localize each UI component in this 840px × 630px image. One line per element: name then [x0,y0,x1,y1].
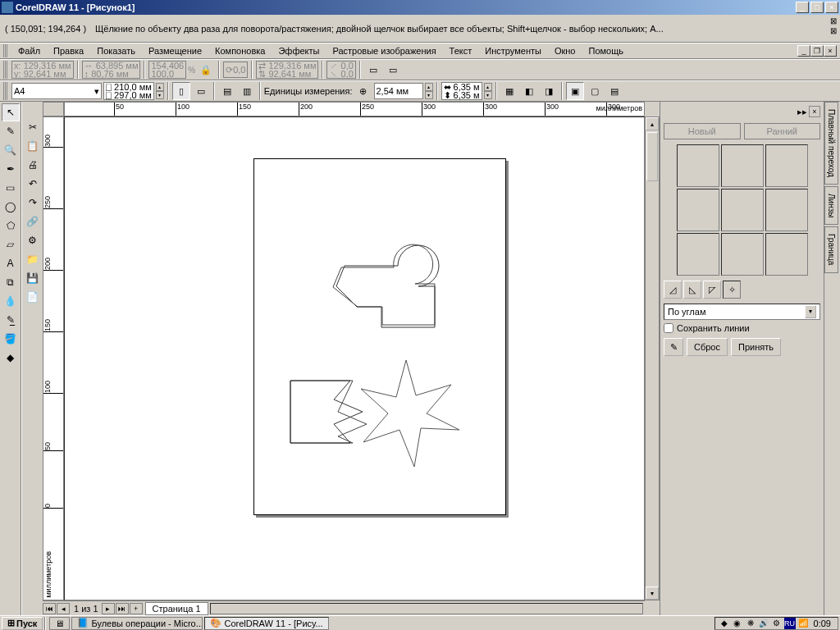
nudge-step[interactable]: 2,54 мм [374,83,423,99]
preset-4[interactable]: ✧ [723,281,741,299]
apply-all-button[interactable]: ▤ [218,82,236,100]
ellipse-tool[interactable]: ◯ [2,198,20,216]
doc-minimize-button[interactable]: _ [797,45,810,57]
pick-tool[interactable]: ↖ [2,103,20,121]
mode-dropdown[interactable]: По углам▾ [664,304,820,320]
menu-view[interactable]: Показать [90,44,142,57]
landscape-button[interactable]: ▭ [192,82,210,100]
aux-tool-7[interactable]: ⚙ [24,231,42,249]
menu-text[interactable]: Текст [443,44,479,57]
task-word[interactable]: 📘 Булевы операции - Micro... [71,617,203,630]
task-coreldraw[interactable]: 🎨 CorelDRAW 11 - [Рису... [204,617,328,630]
aux-tool-8[interactable]: 📁 [24,250,42,268]
option-button-3[interactable]: ▤ [605,82,623,100]
menu-bitmaps[interactable]: Растровые изображения [326,44,442,57]
menu-help[interactable]: Помощь [582,44,630,57]
language-indicator[interactable]: RU [784,618,796,629]
welded-shape-top-real[interactable] [318,241,445,336]
step-spinner[interactable]: ▴▾ [425,83,433,99]
docker-tab-blend[interactable]: Плавный переход [824,102,838,185]
preset-1[interactable]: ◿ [664,281,682,299]
polygon-tool[interactable]: ⬠ [2,217,20,235]
tray-icon-5[interactable]: ⚙ [771,618,783,629]
ruler-origin[interactable] [43,102,64,116]
ruler-vertical[interactable]: 300 250 200 150 100 50 0 миллиметров [43,116,64,600]
menu-effects[interactable]: Эффекты [272,44,326,57]
shape-tool[interactable]: ✎ [2,122,20,140]
tray-icon-4[interactable]: 🔊 [758,618,769,629]
docker-close-button[interactable]: × [809,106,820,117]
eyedropper-action[interactable]: ✎ [664,338,683,356]
apply-button[interactable]: Принять [731,338,781,356]
quicklaunch-1[interactable]: 🖥 [49,617,70,630]
tray-icon-6[interactable]: 📶 [797,618,809,629]
rectangle-tool[interactable]: ▭ [2,179,20,197]
add-page-button[interactable]: + [130,603,143,614]
toolbar-grip[interactable] [3,61,8,79]
anchor-grid[interactable] [677,144,808,276]
menu-arrange[interactable]: Размещение [142,44,208,57]
start-button[interactable]: ⊞ Пуск [2,617,43,630]
offset-spinner[interactable]: ▴▾ [484,83,492,99]
save-lines-checkbox[interactable] [664,323,673,333]
aux-tool-3[interactable]: 🖨 [24,156,42,174]
doc-close-button[interactable]: × [824,45,837,57]
toolbar-grip[interactable] [3,82,8,100]
snap-button-1[interactable]: ▦ [500,82,518,100]
close-button[interactable]: × [825,2,838,13]
aux-tool-6[interactable]: 🔗 [24,212,42,231]
docker-tab-boundary[interactable]: Граница [824,226,838,272]
units-icon[interactable]: ⊕ [354,82,372,100]
snap-button-2[interactable]: ◧ [520,82,538,100]
freehand-tool[interactable]: ✒ [2,160,20,178]
page-dimensions[interactable]: ⎕ 210,0 мм ⎕ 297,0 мм [103,82,154,100]
portrait-button[interactable]: ▯ [172,82,190,100]
menu-window[interactable]: Окно [548,44,582,57]
fill-tool[interactable]: 🪣 [2,330,20,348]
maximize-button[interactable]: □ [810,2,824,13]
menu-layout[interactable]: Компоновка [208,44,272,57]
preset-2[interactable]: ◺ [683,281,701,299]
vertical-scrollbar[interactable]: ▴ ▾ [645,116,660,600]
aux-tool-5[interactable]: ↷ [24,194,42,212]
docker-new-button[interactable]: Новый [664,123,741,139]
next-page-button[interactable]: ▸ [102,603,115,614]
tray-icon-1[interactable]: ◆ [719,618,730,629]
aux-tool-9[interactable]: 💾 [24,269,42,287]
to-back-button[interactable]: ▭ [384,61,402,79]
save-lines-check[interactable]: Сохранить линии [664,323,820,333]
prev-page-button[interactable]: ◂ [57,603,70,614]
docker-tab-lens[interactable]: Линзы [824,186,838,225]
horizontal-scrollbar[interactable] [210,603,643,614]
interactive-fill-tool[interactable]: ◆ [2,349,20,367]
paper-size-combo[interactable]: A4▾ [11,83,102,99]
dim-spinner[interactable]: ▴▾ [156,83,164,99]
aux-tool-2[interactable]: 📋 [24,137,42,155]
first-page-button[interactable]: ⏮ [43,603,56,614]
option-button-2[interactable]: ▢ [586,82,604,100]
aux-tool-4[interactable]: ↶ [24,175,42,193]
ruler-horizontal[interactable]: 50 100 150 200 250 300 300 300 300 милли… [64,102,645,116]
menu-edit[interactable]: Правка [47,44,90,57]
lock-ratio-button[interactable]: 🔒 [197,61,215,79]
outline-swatch-icon[interactable]: ⊠ [830,26,837,35]
aux-tool-10[interactable]: 📄 [24,288,42,306]
menu-tools[interactable]: Инструменты [478,44,548,57]
star-shape[interactable] [349,356,463,471]
scroll-thumb-v[interactable] [646,132,658,181]
zoom-tool[interactable]: 🔍 [2,141,20,159]
basic-shapes-tool[interactable]: ▱ [2,235,20,253]
clock[interactable]: 0:09 [810,619,834,628]
text-tool[interactable]: A [2,254,20,272]
workspace[interactable] [64,116,645,600]
option-button-1[interactable]: ▣ [566,82,584,100]
page[interactable] [253,158,506,515]
tray-icon-2[interactable]: ◉ [732,618,743,629]
tray-icon-3[interactable]: ❋ [745,618,756,629]
eyedropper-tool[interactable]: 💧 [2,292,20,310]
preset-3[interactable]: ◸ [703,281,721,299]
docker-flyout-icon[interactable]: ▸▸ [797,107,807,117]
blend-tool[interactable]: ⧉ [2,273,20,291]
fill-swatch-icon[interactable]: ⊠ [830,16,837,25]
last-page-button[interactable]: ⏭ [116,603,129,614]
